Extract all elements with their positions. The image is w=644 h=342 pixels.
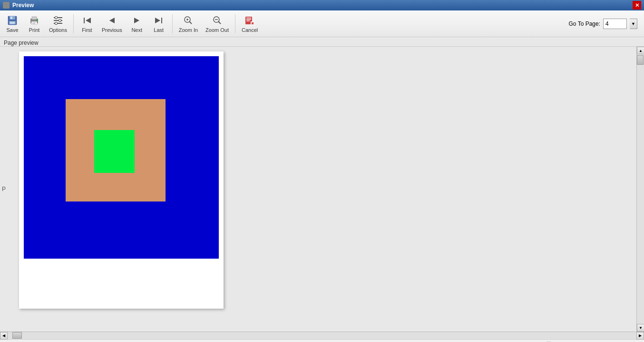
page-sheet bbox=[19, 51, 224, 309]
svg-marker-20 bbox=[134, 18, 139, 23]
print-button[interactable]: Print bbox=[24, 12, 45, 35]
svg-rect-21 bbox=[161, 18, 162, 23]
svg-line-29 bbox=[218, 21, 221, 24]
zoom-in-label: Zoom In bbox=[179, 27, 198, 33]
svg-rect-31 bbox=[246, 18, 251, 19]
print-icon bbox=[29, 15, 40, 26]
h-scroll-right-button[interactable]: ▶ bbox=[636, 332, 644, 340]
green-rectangle bbox=[94, 130, 135, 173]
status-bar: Page 4 Print only current page Pages: 5 bbox=[0, 339, 644, 342]
preview-content bbox=[10, 47, 636, 332]
svg-rect-32 bbox=[246, 19, 251, 20]
next-label: Next bbox=[131, 27, 142, 33]
goto-input[interactable] bbox=[603, 19, 627, 29]
previous-icon bbox=[106, 15, 117, 26]
zoom-out-icon bbox=[212, 15, 223, 26]
print-label: Print bbox=[29, 27, 40, 33]
white-area bbox=[19, 259, 224, 306]
title-bar-left: Preview bbox=[3, 2, 34, 9]
goto-dropdown[interactable]: ▼ bbox=[630, 19, 637, 29]
close-button[interactable]: ✕ bbox=[633, 1, 641, 10]
svg-rect-2 bbox=[10, 17, 12, 19]
blue-background bbox=[24, 56, 219, 259]
vertical-scrollbar[interactable]: ▲ ▼ bbox=[636, 47, 644, 332]
options-label: Options bbox=[49, 27, 67, 33]
h-scroll-track[interactable] bbox=[8, 332, 636, 340]
scrollbar-down-button[interactable]: ▼ bbox=[637, 324, 644, 332]
page-indicator: P bbox=[2, 186, 6, 192]
last-button[interactable]: Last bbox=[148, 12, 169, 35]
horizontal-scrollbar[interactable]: ◀ ▶ bbox=[0, 332, 644, 339]
svg-rect-4 bbox=[10, 22, 15, 24]
next-icon bbox=[131, 15, 143, 26]
left-margin: P bbox=[0, 47, 10, 332]
h-scroll-left-button[interactable]: ◀ bbox=[0, 332, 8, 340]
separator-2 bbox=[172, 14, 173, 33]
svg-rect-6 bbox=[32, 17, 37, 20]
options-icon bbox=[52, 15, 64, 26]
goto-page-area: Go To Page: ▼ bbox=[569, 19, 643, 29]
scrollbar-up-button[interactable]: ▲ bbox=[637, 47, 644, 54]
page-preview-header: Page preview bbox=[0, 37, 644, 47]
toolbar: Save Print Optio bbox=[0, 10, 644, 37]
next-button[interactable]: Next bbox=[127, 12, 147, 35]
tan-rectangle bbox=[66, 99, 166, 201]
previous-button[interactable]: Previous bbox=[98, 12, 126, 35]
save-icon bbox=[7, 15, 18, 26]
title-bar-title: Preview bbox=[12, 2, 34, 9]
first-button[interactable]: First bbox=[77, 12, 98, 35]
cancel-button[interactable]: Cancel bbox=[238, 12, 261, 35]
zoom-in-button[interactable]: Zoom In bbox=[176, 12, 201, 35]
app-icon bbox=[3, 2, 10, 9]
previous-label: Previous bbox=[102, 27, 122, 33]
svg-point-15 bbox=[59, 19, 61, 21]
svg-rect-17 bbox=[84, 18, 85, 23]
zoom-in-icon bbox=[183, 15, 194, 26]
svg-marker-19 bbox=[109, 18, 115, 23]
scrollbar-thumb[interactable] bbox=[637, 55, 644, 65]
svg-point-10 bbox=[37, 19, 38, 20]
h-scroll-thumb[interactable] bbox=[12, 332, 22, 339]
title-bar: Preview ✕ bbox=[0, 0, 644, 10]
last-icon bbox=[153, 15, 165, 26]
svg-marker-22 bbox=[155, 18, 160, 23]
svg-rect-33 bbox=[246, 20, 250, 21]
separator-3 bbox=[235, 14, 235, 33]
svg-rect-8 bbox=[32, 22, 36, 23]
page-preview-label: Page preview bbox=[4, 40, 39, 46]
goto-label: Go To Page: bbox=[569, 20, 601, 27]
scrollbar-track[interactable] bbox=[637, 54, 644, 324]
save-button[interactable]: Save bbox=[2, 12, 23, 35]
svg-point-16 bbox=[55, 22, 57, 24]
svg-marker-18 bbox=[86, 18, 91, 23]
zoom-out-button[interactable]: Zoom Out bbox=[202, 12, 232, 35]
svg-rect-9 bbox=[32, 23, 35, 24]
cancel-label: Cancel bbox=[242, 27, 258, 33]
first-label: First bbox=[82, 27, 92, 33]
svg-point-14 bbox=[55, 16, 57, 19]
svg-line-26 bbox=[189, 21, 192, 24]
first-icon bbox=[81, 15, 93, 26]
options-button[interactable]: Options bbox=[46, 12, 70, 35]
separator-1 bbox=[73, 14, 74, 33]
zoom-out-label: Zoom Out bbox=[205, 27, 229, 33]
save-label: Save bbox=[6, 27, 18, 33]
cancel-icon bbox=[244, 15, 255, 26]
main-area: P ▲ ▼ bbox=[0, 47, 644, 332]
last-label: Last bbox=[154, 27, 164, 33]
